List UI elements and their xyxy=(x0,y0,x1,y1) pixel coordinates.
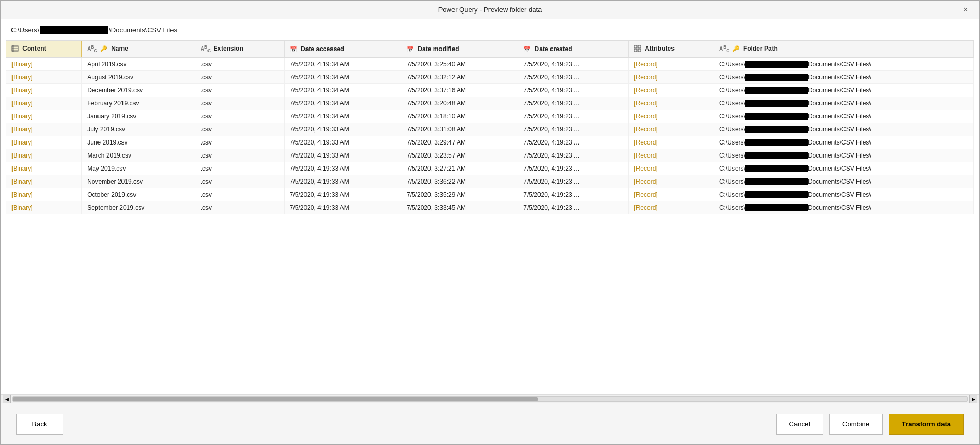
cell-extension: .csv xyxy=(195,57,284,71)
folder-path-start: C:\Users\ xyxy=(719,139,745,146)
cell-name: April 2019.csv xyxy=(82,57,195,71)
cell-attributes[interactable]: [Record] xyxy=(629,71,714,84)
cell-content[interactable]: [Binary] xyxy=(6,84,82,97)
cell-name: September 2019.csv xyxy=(82,201,195,214)
cell-attributes[interactable]: [Record] xyxy=(629,110,714,123)
table-row: [Binary]April 2019.csv.csv7/5/2020, 4:19… xyxy=(6,57,974,71)
cell-date-accessed: 7/5/2020, 4:19:33 AM xyxy=(284,162,401,175)
folder-path-start: C:\Users\ xyxy=(719,165,745,172)
col-header-extension[interactable]: ABC Extension xyxy=(195,41,284,57)
cell-name: October 2019.csv xyxy=(82,188,195,201)
transform-data-button[interactable]: Transform data xyxy=(889,414,964,435)
col-header-date-accessed[interactable]: 📅 Date accessed xyxy=(284,41,401,57)
cell-date-created: 7/5/2020, 4:19:23 ... xyxy=(518,162,629,175)
back-button[interactable]: Back xyxy=(16,414,63,435)
cell-attributes[interactable]: [Record] xyxy=(629,123,714,136)
cell-folder-path: C:\Users\Documents\CSV Files\ xyxy=(714,188,973,201)
folder-path-start: C:\Users\ xyxy=(719,204,745,211)
cell-date-accessed: 7/5/2020, 4:19:33 AM xyxy=(284,136,401,149)
cell-content[interactable]: [Binary] xyxy=(6,57,82,71)
folder-path-end: Documents\CSV Files\ xyxy=(808,139,871,146)
folder-path-redacted xyxy=(745,87,808,94)
data-table-container[interactable]: Content ABC 🔑 Name ABC Extension 📅 xyxy=(6,40,974,394)
cell-content[interactable]: [Binary] xyxy=(6,188,82,201)
close-button[interactable]: × xyxy=(961,5,971,15)
cell-date-created: 7/5/2020, 4:19:23 ... xyxy=(518,97,629,110)
cell-attributes[interactable]: [Record] xyxy=(629,175,714,188)
cell-attributes[interactable]: [Record] xyxy=(629,136,714,149)
table-row: [Binary]May 2019.csv.csv7/5/2020, 4:19:3… xyxy=(6,162,974,175)
footer-left: Back xyxy=(16,414,63,435)
cell-attributes[interactable]: [Record] xyxy=(629,201,714,214)
cell-content[interactable]: [Binary] xyxy=(6,149,82,162)
folder-path-redacted xyxy=(745,178,808,185)
cell-attributes[interactable]: [Record] xyxy=(629,188,714,201)
folder-path-end: Documents\CSV Files\ xyxy=(808,126,871,133)
table-row: [Binary]July 2019.csv.csv7/5/2020, 4:19:… xyxy=(6,123,974,136)
cell-content[interactable]: [Binary] xyxy=(6,123,82,136)
folder-path-end: Documents\CSV Files\ xyxy=(808,204,871,211)
cell-date-created: 7/5/2020, 4:19:23 ... xyxy=(518,110,629,123)
scroll-right-arrow[interactable]: ▶ xyxy=(969,395,977,403)
cell-date-created: 7/5/2020, 4:19:23 ... xyxy=(518,188,629,201)
col-header-date-modified[interactable]: 📅 Date modified xyxy=(401,41,518,57)
scroll-thumb[interactable] xyxy=(13,397,538,401)
cell-content[interactable]: [Binary] xyxy=(6,71,82,84)
table-row: [Binary]September 2019.csv.csv7/5/2020, … xyxy=(6,201,974,214)
cell-extension: .csv xyxy=(195,201,284,214)
cell-date-modified: 7/5/2020, 3:37:16 AM xyxy=(401,84,518,97)
cell-name: July 2019.csv xyxy=(82,123,195,136)
cell-date-modified: 7/5/2020, 3:27:21 AM xyxy=(401,162,518,175)
cell-folder-path: C:\Users\Documents\CSV Files\ xyxy=(714,149,973,162)
cell-content[interactable]: [Binary] xyxy=(6,136,82,149)
cell-date-modified: 7/5/2020, 3:35:29 AM xyxy=(401,188,518,201)
cell-content[interactable]: [Binary] xyxy=(6,162,82,175)
col-header-date-created[interactable]: 📅 Date created xyxy=(518,41,629,57)
table-row: [Binary]June 2019.csv.csv7/5/2020, 4:19:… xyxy=(6,136,974,149)
cell-extension: .csv xyxy=(195,71,284,84)
cell-attributes[interactable]: [Record] xyxy=(629,97,714,110)
svg-rect-7 xyxy=(634,49,637,52)
folder-path-end: Documents\CSV Files\ xyxy=(808,191,871,198)
col-label-content: Content xyxy=(22,45,46,52)
col-header-folder-path[interactable]: ABC 🔑 Folder Path xyxy=(714,41,973,57)
table-row: [Binary]December 2019.csv.csv7/5/2020, 4… xyxy=(6,84,974,97)
cell-content[interactable]: [Binary] xyxy=(6,175,82,188)
cell-name: June 2019.csv xyxy=(82,136,195,149)
footer-right: Cancel Combine Transform data xyxy=(776,414,964,435)
path-redacted-block xyxy=(40,26,108,34)
horizontal-scrollbar[interactable]: ◀ ▶ xyxy=(1,394,979,403)
combine-button[interactable]: Combine xyxy=(829,414,883,435)
cell-date-accessed: 7/5/2020, 4:19:34 AM xyxy=(284,110,401,123)
svg-rect-6 xyxy=(638,45,641,48)
cell-date-accessed: 7/5/2020, 4:19:33 AM xyxy=(284,188,401,201)
folder-path-redacted xyxy=(745,204,808,211)
col-header-attributes[interactable]: Attributes xyxy=(629,41,714,57)
cell-extension: .csv xyxy=(195,136,284,149)
cell-date-created: 7/5/2020, 4:19:23 ... xyxy=(518,136,629,149)
folder-path-start: C:\Users\ xyxy=(719,87,745,94)
cell-attributes[interactable]: [Record] xyxy=(629,84,714,97)
table-row: [Binary]January 2019.csv.csv7/5/2020, 4:… xyxy=(6,110,974,123)
cell-extension: .csv xyxy=(195,149,284,162)
col-label-date-created: Date created xyxy=(535,45,572,53)
cancel-button[interactable]: Cancel xyxy=(776,414,823,435)
cell-date-accessed: 7/5/2020, 4:19:33 AM xyxy=(284,149,401,162)
svg-rect-5 xyxy=(634,45,637,48)
col-header-name[interactable]: ABC 🔑 Name xyxy=(82,41,195,57)
cell-attributes[interactable]: [Record] xyxy=(629,162,714,175)
folder-path-end: Documents\CSV Files\ xyxy=(808,87,871,94)
scroll-left-arrow[interactable]: ◀ xyxy=(3,395,11,403)
cell-attributes[interactable]: [Record] xyxy=(629,149,714,162)
cell-content[interactable]: [Binary] xyxy=(6,201,82,214)
scroll-track[interactable] xyxy=(12,396,968,402)
cell-content[interactable]: [Binary] xyxy=(6,97,82,110)
cell-date-modified: 7/5/2020, 3:32:12 AM xyxy=(401,71,518,84)
cell-content[interactable]: [Binary] xyxy=(6,110,82,123)
col-label-date-accessed: Date accessed xyxy=(301,45,344,53)
col-header-content[interactable]: Content xyxy=(6,41,82,57)
cell-date-modified: 7/5/2020, 3:23:57 AM xyxy=(401,149,518,162)
cell-attributes[interactable]: [Record] xyxy=(629,57,714,71)
cell-date-accessed: 7/5/2020, 4:19:34 AM xyxy=(284,57,401,71)
folder-path-start: C:\Users\ xyxy=(719,178,745,185)
